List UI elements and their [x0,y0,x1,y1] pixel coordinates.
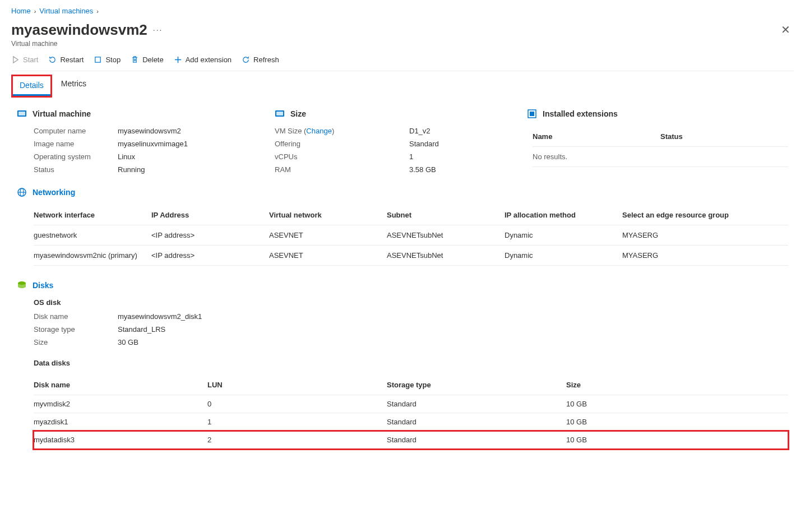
size-ram-label: RAM [275,165,359,174]
chevron-right-icon: › [96,8,99,15]
plus-icon [174,55,182,64]
os-disk-size-value: 30 GB [118,338,788,346]
tab-details[interactable]: Details [13,76,50,96]
page-subtitle: Virtual machine [11,40,794,48]
dd-col-name: Disk name [34,381,207,389]
section-networking-heading: Networking [17,187,788,197]
restart-icon [48,55,57,64]
vm-icon [17,109,27,119]
dd-cell-name: myvmdisk2 [34,400,207,408]
size-icon [275,109,285,119]
os-disk-type-label: Storage type [34,325,118,334]
add-extension-button[interactable]: Add extension [174,55,232,64]
net-cell-rg: MYASERG [622,231,788,239]
vm-status-value: Running [118,165,269,174]
size-offering-value: Standard [409,140,521,148]
change-size-link[interactable]: Change [306,127,332,135]
os-disk-size-label: Size [34,338,118,346]
disks-icon [17,280,27,290]
trash-icon [131,55,139,64]
svg-rect-6 [530,112,534,116]
net-col-subnet: Subnet [387,211,505,219]
networking-link[interactable]: Networking [33,188,75,197]
restart-button[interactable]: Restart [48,55,84,64]
net-col-vnet: Virtual network [269,211,387,219]
delete-button[interactable]: Delete [131,55,164,64]
dd-col-type: Storage type [387,381,566,389]
play-icon [11,55,20,64]
net-cell-vnet: ASEVNET [269,251,387,260]
command-toolbar: Start Restart Stop Delete Add extension … [11,48,794,71]
net-cell-rg: MYASERG [622,251,788,260]
dd-cell-size: 10 GB [566,418,788,426]
dd-cell-type: Standard [387,400,566,408]
section-extensions-heading: Installed extensions [527,109,788,119]
net-cell-ip: <IP address> [151,251,269,260]
vm-status-label: Status [34,165,118,174]
dd-cell-name: mydatadisk3 [34,436,207,444]
vm-os-label: Operating system [34,152,118,161]
dd-cell-lun: 0 [207,400,387,408]
net-col-alloc: IP allocation method [505,211,622,219]
vm-image-name-value: myaselinuxvmimage1 [118,140,269,148]
breadcrumb-home[interactable]: Home [11,7,31,15]
net-cell-vnet: ASEVNET [269,231,387,239]
refresh-button[interactable]: Refresh [242,55,279,64]
section-vm-heading: Virtual machine [17,109,269,119]
dd-cell-name: myazdisk1 [34,418,207,426]
data-disks-heading: Data disks [34,359,788,367]
net-cell-alloc: Dynamic [505,231,622,239]
data-disk-row: mydatadisk32Standard10 GB [34,431,788,449]
net-cell-subnet: ASEVNETsubNet [387,251,505,260]
start-button: Start [11,55,38,64]
dd-cell-type: Standard [387,418,566,426]
dd-cell-lun: 1 [207,418,387,426]
section-size-heading: Size [275,109,521,119]
net-cell-nic: guestnetwork [34,231,151,239]
net-table-row: guestnetwork<IP address>ASEVNETASEVNETsu… [34,225,788,246]
disks-link[interactable]: Disks [33,281,53,290]
vm-computer-name-value: myasewindowsvm2 [118,127,269,135]
ext-empty: No results. [533,147,788,167]
dd-cell-size: 10 GB [566,436,788,444]
breadcrumb: Home › Virtual machines › [11,4,794,21]
dd-col-lun: LUN [207,381,387,389]
vm-computer-name-label: Computer name [34,127,118,135]
size-vm-size-label: VM Size [275,127,302,135]
svg-rect-4 [276,112,283,115]
net-col-rg: Select an edge resource group [622,211,788,219]
os-disk-type-value: Standard_LRS [118,325,788,334]
ext-col-status: Status [660,132,788,141]
size-vcpus-label: vCPUs [275,152,359,161]
more-menu-icon[interactable]: ··· [153,25,163,34]
size-vm-size-value: D1_v2 [409,127,521,135]
size-vcpus-value: 1 [409,152,521,161]
size-ram-value: 3.58 GB [409,165,521,174]
dd-cell-lun: 2 [207,436,387,444]
breadcrumb-vms[interactable]: Virtual machines [39,7,93,15]
vm-os-value: Linux [118,152,269,161]
svg-rect-0 [95,57,100,62]
tab-metrics[interactable]: Metrics [54,75,93,98]
networking-icon [17,187,27,197]
net-col-nic: Network interface [34,211,151,219]
svg-rect-2 [18,112,25,115]
net-cell-subnet: ASEVNETsubNet [387,231,505,239]
net-cell-nic: myasewindowsvm2nic (primary) [34,251,151,260]
page-title: myasewindowsvm2 [11,21,147,39]
os-disk-name-value: myasewindowsvm2_disk1 [118,312,788,321]
net-col-ip: IP Address [151,211,269,219]
refresh-icon [242,55,250,64]
ext-col-name: Name [533,132,660,141]
section-disks-heading: Disks [17,280,788,290]
dd-cell-type: Standard [387,436,566,444]
stop-button[interactable]: Stop [94,55,121,64]
data-disk-row: myvmdisk20Standard10 GB [34,395,788,413]
dd-cell-size: 10 GB [566,400,788,408]
os-disk-name-label: Disk name [34,312,118,321]
vm-image-name-label: Image name [34,140,118,148]
extensions-icon [527,109,537,119]
chevron-right-icon: › [34,8,36,15]
close-button[interactable]: ✕ [778,21,794,39]
tabs: Details Metrics [11,75,794,98]
